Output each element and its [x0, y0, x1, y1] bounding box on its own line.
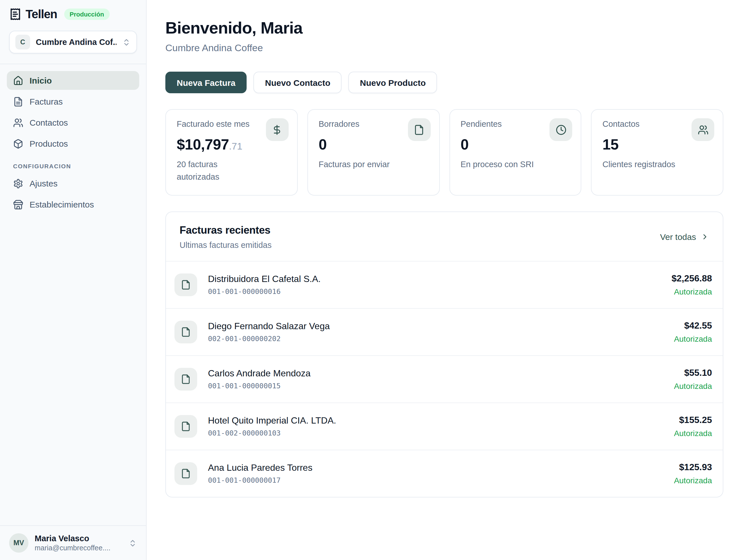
- new-invoice-button[interactable]: Nueva Factura: [165, 72, 247, 93]
- chevrons-up-down-icon: [122, 38, 131, 46]
- sidebar-item-label: Productos: [30, 139, 68, 148]
- sidebar-item-establecimientos[interactable]: Establecimientos: [7, 195, 139, 214]
- invoice-number: 001-001-000000016: [208, 287, 321, 296]
- invoice-row[interactable]: Distribuidora El Cafetal S.A. 001-001-00…: [166, 262, 723, 308]
- sidebar-item-contactos[interactable]: Contactos: [7, 113, 139, 132]
- invoice-amount-block: $155.25 Autorizada: [674, 415, 712, 438]
- user-email: maria@cumbrecoffee....: [35, 544, 122, 552]
- view-all-label: Ver todas: [660, 232, 696, 242]
- invoice-amount: $42.55: [674, 321, 712, 331]
- sidebar: Tellen Producción C Cumbre Andina Cof...…: [0, 0, 147, 560]
- status-badge: Autorizada: [672, 287, 712, 296]
- invoice-row[interactable]: Carlos Andrade Mendoza 001-001-000000015…: [166, 355, 723, 403]
- invoice-number: 001-002-000000103: [208, 429, 336, 437]
- invoice-client: Carlos Andrade Mendoza: [208, 368, 311, 379]
- stat-card-borradores: Borradores 0 Facturas por enviar: [308, 109, 440, 196]
- invoice-number: 002-001-000000202: [208, 334, 330, 343]
- organization-name: Cumbre Andina Cof...: [36, 38, 117, 47]
- invoice-amount-block: $2,256.88 Autorizada: [672, 273, 712, 296]
- stat-cards: Facturado este mes $10,797.71 20 factura…: [165, 109, 723, 196]
- view-all-link[interactable]: Ver todas: [660, 232, 709, 242]
- avatar: MV: [9, 533, 28, 553]
- status-badge: Autorizada: [674, 381, 712, 391]
- file-icon: [408, 118, 430, 141]
- status-badge: Autorizada: [674, 334, 712, 343]
- users-icon: [692, 118, 714, 141]
- file-icon: [175, 368, 197, 391]
- new-contact-button[interactable]: Nuevo Contacto: [254, 72, 342, 93]
- status-badge: Autorizada: [674, 429, 712, 438]
- invoice-meta: Distribuidora El Cafetal S.A. 001-001-00…: [208, 274, 321, 296]
- sidebar-item-ajustes[interactable]: Ajustes: [7, 174, 139, 193]
- app-window: Tellen Producción C Cumbre Andina Cof...…: [0, 0, 733, 560]
- sidebar-spacer: [0, 216, 146, 525]
- brand: Tellen Producción: [9, 7, 137, 21]
- invoice-amount-block: $125.93 Autorizada: [674, 462, 712, 485]
- clock-icon: [550, 118, 572, 141]
- invoice-amount: $125.93: [674, 462, 712, 472]
- invoice-meta: Ana Lucia Paredes Torres 001-001-0000000…: [208, 463, 313, 484]
- recent-invoices-header: Facturas recientes Ultimas facturas emit…: [166, 212, 723, 261]
- recent-invoices-titles: Facturas recientes Ultimas facturas emit…: [180, 224, 272, 250]
- invoice-number: 001-001-000000015: [208, 381, 311, 390]
- new-product-button[interactable]: Nuevo Producto: [349, 72, 437, 93]
- gear-icon: [13, 178, 23, 188]
- sidebar-section-configuracion: CONFIGURACION: [7, 163, 139, 169]
- user-meta: Maria Velasco maria@cumbrecoffee....: [35, 534, 122, 552]
- main-content: Bienvenido, Maria Cumbre Andina Coffee N…: [147, 0, 733, 560]
- invoice-number: 001-001-000000017: [208, 476, 313, 484]
- invoice-meta: Diego Fernando Salazar Vega 002-001-0000…: [208, 321, 330, 343]
- sidebar-nav: Inicio Facturas Contactos Productos CONF…: [0, 64, 146, 216]
- user-menu[interactable]: MV Maria Velasco maria@cumbrecoffee....: [0, 525, 146, 560]
- invoice-client: Distribuidora El Cafetal S.A.: [208, 274, 321, 284]
- page-title: Bienvenido, Maria: [165, 19, 723, 38]
- file-icon: [175, 462, 197, 485]
- sidebar-header: Tellen Producción C Cumbre Andina Cof...: [0, 0, 146, 64]
- invoice-client: Ana Lucia Paredes Torres: [208, 463, 313, 473]
- section-title: Facturas recientes: [180, 224, 272, 237]
- recent-invoices-card: Facturas recientes Ultimas facturas emit…: [165, 211, 723, 497]
- stat-subtext: Facturas por enviar: [319, 159, 404, 171]
- stat-subtext: En proceso con SRI: [460, 159, 546, 171]
- file-icon: [175, 321, 197, 343]
- home-icon: [13, 75, 23, 86]
- invoice-row[interactable]: Diego Fernando Salazar Vega 002-001-0000…: [166, 308, 723, 355]
- sidebar-item-label: Inicio: [30, 76, 52, 85]
- sidebar-item-productos[interactable]: Productos: [7, 134, 139, 153]
- sidebar-item-facturas[interactable]: Facturas: [7, 92, 139, 111]
- sidebar-item-label: Establecimientos: [30, 200, 94, 209]
- invoice-client: Hotel Quito Imperial CIA. LTDA.: [208, 416, 336, 426]
- user-name: Maria Velasco: [35, 534, 122, 543]
- invoice-amount-block: $55.10 Autorizada: [674, 368, 712, 391]
- section-subtitle: Ultimas facturas emitidas: [180, 240, 272, 250]
- organization-selector[interactable]: C Cumbre Andina Cof...: [9, 31, 137, 53]
- sidebar-item-label: Contactos: [30, 118, 68, 127]
- organization-avatar: C: [15, 35, 30, 49]
- quick-actions: Nueva Factura Nuevo Contacto Nuevo Produ…: [165, 72, 723, 93]
- sidebar-item-inicio[interactable]: Inicio: [7, 71, 139, 90]
- invoice-client: Diego Fernando Salazar Vega: [208, 321, 330, 331]
- invoice-amount-block: $42.55 Autorizada: [674, 321, 712, 343]
- file-icon: [175, 273, 197, 296]
- invoice-amount: $155.25: [674, 415, 712, 425]
- invoice-amount: $2,256.88: [672, 273, 712, 284]
- stat-card-facturado: Facturado este mes $10,797.71 20 factura…: [165, 109, 298, 196]
- invoice-row[interactable]: Hotel Quito Imperial CIA. LTDA. 001-002-…: [166, 403, 723, 450]
- package-icon: [13, 138, 23, 149]
- store-icon: [13, 199, 23, 210]
- invoice-meta: Hotel Quito Imperial CIA. LTDA. 001-002-…: [208, 416, 336, 437]
- invoice-meta: Carlos Andrade Mendoza 001-001-000000015: [208, 368, 311, 390]
- users-icon: [13, 117, 23, 128]
- stat-card-contactos: Contactos 15 Clientes registrados: [591, 109, 724, 196]
- invoice-amount: $55.10: [674, 368, 712, 378]
- page-subtitle: Cumbre Andina Coffee: [165, 43, 723, 54]
- environment-badge: Producción: [64, 9, 110, 20]
- stat-subtext: Clientes registrados: [603, 159, 688, 171]
- stat-value-cents: .71: [229, 141, 242, 152]
- status-badge: Autorizada: [674, 476, 712, 485]
- stat-card-pendientes: Pendientes 0 En proceso con SRI: [449, 109, 582, 196]
- invoice-row[interactable]: Ana Lucia Paredes Torres 001-001-0000000…: [166, 450, 723, 497]
- stat-subtext: 20 facturas autorizadas: [177, 159, 262, 183]
- sidebar-item-label: Ajustes: [30, 179, 57, 188]
- brand-name: Tellen: [26, 7, 57, 21]
